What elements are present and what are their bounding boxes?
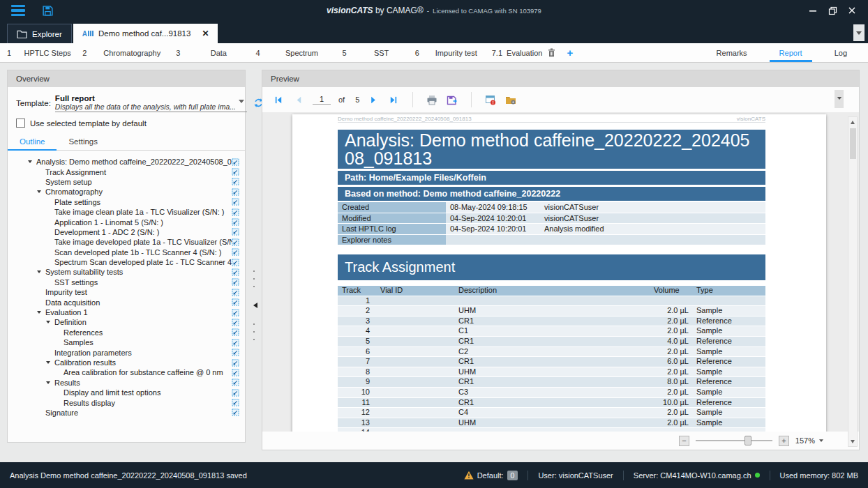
add-step-button[interactable]: + bbox=[567, 47, 573, 59]
scroll-down-icon[interactable] bbox=[848, 437, 857, 445]
navigate-icon[interactable] bbox=[232, 319, 239, 326]
save-icon[interactable] bbox=[42, 5, 54, 17]
tree-item[interactable]: System setup bbox=[8, 177, 245, 187]
scrollbar-thumb[interactable] bbox=[850, 128, 856, 159]
print-button[interactable] bbox=[426, 93, 438, 106]
expander-icon[interactable] bbox=[36, 307, 45, 317]
navigate-icon[interactable] bbox=[232, 298, 239, 306]
last-page-button[interactable] bbox=[387, 93, 400, 106]
navigate-icon[interactable] bbox=[232, 188, 239, 196]
navigate-icon[interactable] bbox=[232, 328, 239, 336]
step-evaluation[interactable]: 7.1Evaluation bbox=[491, 43, 543, 62]
tree-item[interactable]: Application 1 - Linomat 5 (S/N: ) bbox=[8, 217, 245, 227]
default-template-checkbox[interactable] bbox=[16, 119, 25, 128]
expander-icon[interactable] bbox=[36, 267, 45, 277]
navigate-icon[interactable] bbox=[232, 259, 239, 266]
tree-item[interactable]: Analysis: Demo method caffeine_20220222_… bbox=[8, 157, 245, 167]
tree-item[interactable]: Evaluation 1 bbox=[8, 307, 245, 317]
zoom-out-button[interactable]: − bbox=[679, 436, 689, 446]
delete-evaluation-icon[interactable] bbox=[548, 48, 555, 57]
navigate-icon[interactable] bbox=[232, 218, 239, 226]
tree-item[interactable]: Results display bbox=[8, 397, 245, 407]
navigate-icon[interactable] bbox=[232, 278, 239, 286]
zoom-in-button[interactable]: + bbox=[779, 436, 789, 446]
navigate-icon[interactable] bbox=[232, 309, 239, 317]
first-page-button[interactable] bbox=[272, 93, 285, 106]
navigate-icon[interactable] bbox=[232, 238, 239, 246]
tab-remarks[interactable]: Remarks bbox=[717, 43, 747, 62]
navigate-icon[interactable] bbox=[232, 369, 239, 376]
tree-item[interactable]: Data acquisition bbox=[8, 297, 245, 307]
close-button[interactable] bbox=[844, 3, 860, 17]
navigate-icon[interactable] bbox=[232, 248, 239, 256]
default-notifications[interactable]: Default: 0 bbox=[464, 471, 518, 480]
expander-icon[interactable] bbox=[27, 157, 36, 167]
tree-item[interactable]: Definition bbox=[8, 317, 245, 327]
report-preview-document[interactable]: Demo method caffeine_20220222_20240508_0… bbox=[262, 112, 859, 432]
step-data[interactable]: 3Data bbox=[174, 43, 254, 62]
tree-item[interactable]: Track Assignment bbox=[8, 167, 245, 176]
step-chromatography[interactable]: 2Chromatography bbox=[81, 43, 174, 62]
tree-item[interactable]: Display and limit test options bbox=[8, 388, 245, 397]
tree-item[interactable]: SST settings bbox=[8, 277, 245, 287]
preview-collapse-button[interactable] bbox=[835, 90, 844, 108]
expander-icon[interactable] bbox=[45, 317, 54, 327]
step-spectrum[interactable]: 4Spectrum bbox=[254, 43, 341, 62]
panel-splitter[interactable] bbox=[246, 63, 262, 462]
navigate-icon[interactable] bbox=[232, 409, 239, 416]
next-page-button[interactable] bbox=[367, 93, 380, 106]
restore-button[interactable] bbox=[825, 3, 840, 17]
tree-item[interactable]: Area calibration for substance caffeine … bbox=[8, 367, 245, 377]
step-hptlc-steps[interactable]: 1HPTLC Steps bbox=[6, 43, 81, 62]
tab-outline[interactable]: Outline bbox=[8, 132, 57, 150]
navigate-icon[interactable] bbox=[232, 208, 239, 216]
export-report-button[interactable] bbox=[446, 93, 458, 106]
tab-settings[interactable]: Settings bbox=[57, 132, 110, 150]
minimize-button[interactable] bbox=[805, 3, 821, 17]
scroll-up-icon[interactable] bbox=[848, 118, 857, 126]
report-status-button[interactable] bbox=[484, 93, 497, 106]
navigate-icon[interactable] bbox=[232, 228, 239, 236]
collapse-panel-icon[interactable] bbox=[250, 303, 257, 308]
close-tab-icon[interactable]: ✕ bbox=[202, 29, 209, 38]
zoom-slider-thumb[interactable] bbox=[744, 436, 751, 445]
tree-item[interactable]: Integration parameters bbox=[8, 347, 245, 357]
tree-item[interactable]: Samples bbox=[8, 337, 245, 347]
tree-item[interactable]: Take image developed plate 1a - TLC Visu… bbox=[8, 237, 245, 247]
tree-item[interactable]: Calibration results bbox=[8, 358, 245, 367]
main-menu-icon[interactable] bbox=[11, 5, 25, 17]
tree-item[interactable]: Plate settings bbox=[8, 197, 245, 207]
previous-page-button[interactable] bbox=[292, 93, 305, 106]
tab-explorer[interactable]: Explorer bbox=[7, 24, 72, 43]
navigate-icon[interactable] bbox=[232, 349, 239, 356]
tab-log[interactable]: Log bbox=[835, 43, 847, 62]
navigate-icon[interactable] bbox=[232, 168, 239, 176]
tree-item[interactable]: References bbox=[8, 328, 245, 337]
tree-item[interactable]: Scan developed plate 1b - TLC Scanner 4 … bbox=[8, 247, 245, 257]
splitter-grip[interactable] bbox=[253, 270, 255, 287]
preview-scrollbar[interactable] bbox=[848, 116, 858, 447]
tab-report[interactable]: Report bbox=[779, 43, 802, 62]
navigate-icon[interactable] bbox=[232, 399, 239, 406]
navigate-icon[interactable] bbox=[232, 178, 239, 185]
step-sst[interactable]: 5SST bbox=[341, 43, 414, 62]
step-impurity-test[interactable]: 6Impurity test bbox=[414, 43, 491, 62]
tree-item[interactable]: Take image clean plate 1a - TLC Visualiz… bbox=[8, 207, 245, 217]
navigate-icon[interactable] bbox=[232, 359, 239, 367]
navigate-icon[interactable] bbox=[232, 389, 239, 397]
tab-overflow-button[interactable] bbox=[853, 24, 865, 41]
splitter-grip[interactable] bbox=[253, 323, 255, 340]
tree-item[interactable]: Impurity test bbox=[8, 287, 245, 297]
navigate-icon[interactable] bbox=[232, 339, 239, 346]
report-options-button[interactable] bbox=[504, 93, 517, 106]
tree-item[interactable]: Spectrum Scan developed plate 1c - TLC S… bbox=[8, 257, 245, 267]
tree-item[interactable]: Signature bbox=[8, 408, 245, 418]
expander-icon[interactable] bbox=[36, 187, 45, 197]
zoom-level[interactable]: 157% bbox=[795, 436, 824, 445]
zoom-slider[interactable] bbox=[696, 440, 772, 441]
expander-icon[interactable] bbox=[45, 358, 54, 367]
tree-item[interactable]: Chromatography bbox=[8, 187, 245, 197]
tree-item[interactable]: Results bbox=[8, 378, 245, 388]
navigate-icon[interactable] bbox=[232, 289, 239, 296]
navigate-icon[interactable] bbox=[232, 158, 239, 166]
